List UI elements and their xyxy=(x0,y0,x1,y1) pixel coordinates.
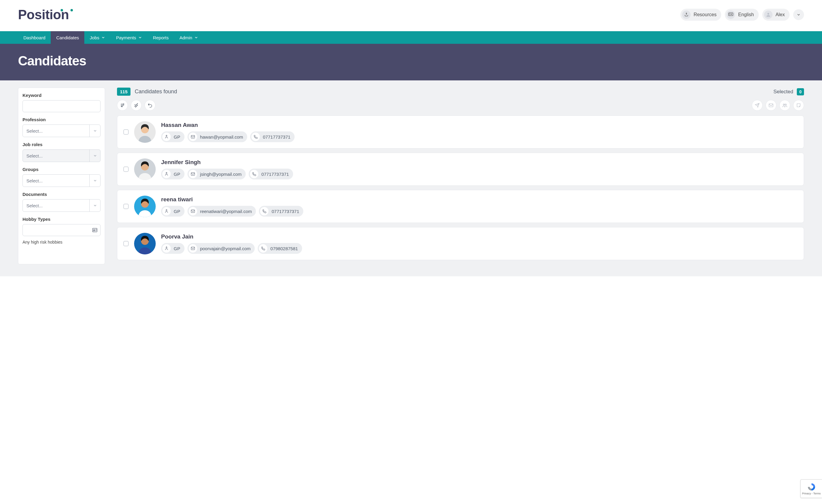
candidate-body: Jennifer Singh GP jsingh@yopmail.com 077… xyxy=(161,159,798,179)
content: Keyword Profession Select... Job roles S… xyxy=(0,80,822,276)
candidate-checkbox[interactable] xyxy=(123,166,129,172)
upload-icon xyxy=(682,10,691,19)
note-icon xyxy=(796,103,801,108)
language-switcher[interactable]: English xyxy=(725,9,758,21)
logo-dot xyxy=(70,9,73,11)
candidate-email: jsingh@yopmail.com xyxy=(200,171,242,177)
candidate-card[interactable]: Jennifer Singh GP jsingh@yopmail.com 077… xyxy=(117,153,804,186)
nav-item-jobs[interactable]: Jobs xyxy=(84,31,111,44)
candidate-phone-chip[interactable]: 07717737371 xyxy=(250,131,295,142)
groups-label: Groups xyxy=(22,167,100,172)
candidate-avatar xyxy=(134,233,156,255)
candidate-name: Hassan Awan xyxy=(161,122,798,128)
candidate-role-chip: GP xyxy=(161,131,184,142)
candidate-checkbox[interactable] xyxy=(123,204,129,209)
profession-label: Profession xyxy=(22,117,100,122)
candidate-phone-chip[interactable]: 07980287581 xyxy=(258,243,302,254)
envelope-icon xyxy=(769,103,773,108)
reset-button[interactable] xyxy=(144,100,155,111)
select-all-button[interactable] xyxy=(131,100,141,111)
nav-item-dashboard[interactable]: Dashboard xyxy=(18,31,51,44)
svg-point-23 xyxy=(166,247,167,248)
user-menu[interactable]: Alex xyxy=(762,9,790,21)
check-icon xyxy=(134,103,138,108)
candidate-role: GP xyxy=(174,134,180,139)
nav-item-admin[interactable]: Admin xyxy=(174,31,204,44)
hobby-types-input[interactable] xyxy=(22,224,100,236)
svg-point-7 xyxy=(783,104,785,106)
candidate-card[interactable]: Hassan Awan GP hawan@yopmail.com 0771773… xyxy=(117,115,804,148)
results-count-badge: 115 xyxy=(117,88,130,96)
envelope-icon xyxy=(189,207,197,215)
candidate-email-chip[interactable]: jsingh@yopmail.com xyxy=(187,168,246,179)
documents-select[interactable]: Select... xyxy=(22,199,100,212)
chevron-down-icon xyxy=(89,125,100,137)
candidate-email: hawan@yopmail.com xyxy=(200,134,243,139)
send-button xyxy=(752,100,763,111)
candidate-role: GP xyxy=(174,171,180,177)
nav-item-payments[interactable]: Payments xyxy=(111,31,147,44)
job-roles-label: Job roles xyxy=(22,142,100,147)
svg-point-4 xyxy=(123,104,124,105)
chevron-down-icon xyxy=(89,174,100,186)
resources-button[interactable]: Resources xyxy=(681,9,721,21)
main-area: 115 Candidates found Selected 0 xyxy=(117,88,804,264)
candidate-name: Poorva Jain xyxy=(161,233,798,240)
svg-point-3 xyxy=(94,229,95,230)
undo-icon xyxy=(147,103,152,108)
svg-point-11 xyxy=(166,135,167,136)
candidate-name: reena tiwari xyxy=(161,196,798,203)
nav-item-label: Payments xyxy=(116,35,136,40)
candidate-phone-chip[interactable]: 07717737371 xyxy=(259,206,303,216)
groups-select[interactable]: Select... xyxy=(22,174,100,187)
keyword-input[interactable] xyxy=(22,100,100,112)
candidate-card[interactable]: Poorva Jain GP poorvajain@yopmail.com 07… xyxy=(117,227,804,260)
candidate-body: Hassan Awan GP hawan@yopmail.com 0771773… xyxy=(161,122,798,142)
candidate-role-chip: GP xyxy=(161,206,184,216)
svg-point-15 xyxy=(166,172,167,174)
nav-item-reports[interactable]: Reports xyxy=(147,31,174,44)
candidate-list: Hassan Awan GP hawan@yopmail.com 0771773… xyxy=(117,115,804,260)
page-title: Candidates xyxy=(18,53,804,68)
logo: Position xyxy=(18,7,69,22)
candidate-phone: 07717737371 xyxy=(261,171,289,177)
logo-dot xyxy=(61,9,63,11)
job-roles-select: Select... xyxy=(22,149,100,162)
phone-icon xyxy=(259,244,267,253)
candidate-card[interactable]: reena tiwari GP reenatiwari@yopmail.com … xyxy=(117,190,804,223)
language-label: English xyxy=(738,12,754,17)
phone-icon xyxy=(250,170,258,178)
envelope-icon xyxy=(189,170,197,178)
candidate-phone: 07980287581 xyxy=(270,246,298,251)
phone-icon xyxy=(252,133,260,141)
chevron-down-icon xyxy=(89,199,100,211)
candidate-email-chip[interactable]: hawan@yopmail.com xyxy=(187,131,248,142)
candidate-checkbox[interactable] xyxy=(123,241,129,246)
candidate-phone-chip[interactable]: 07717737371 xyxy=(249,168,293,179)
chevron-down-icon xyxy=(89,150,100,162)
svg-rect-12 xyxy=(191,135,195,138)
documents-label: Documents xyxy=(22,192,100,197)
user-avatar-icon xyxy=(764,10,773,19)
candidate-email-chip[interactable]: poorvajain@yopmail.com xyxy=(187,243,255,254)
keyword-label: Keyword xyxy=(22,93,100,98)
user-name: Alex xyxy=(776,12,785,17)
nav-item-candidates[interactable]: Candidates xyxy=(51,31,84,44)
profession-select[interactable]: Select... xyxy=(22,124,100,137)
results-found-label: Candidates found xyxy=(135,88,177,95)
person-icon xyxy=(162,170,171,178)
candidate-checkbox[interactable] xyxy=(123,129,129,135)
sliders-icon xyxy=(120,103,125,108)
phone-icon xyxy=(260,207,269,215)
main-nav: DashboardCandidatesJobsPaymentsReportsAd… xyxy=(0,31,822,44)
envelope-icon xyxy=(189,133,197,141)
candidate-avatar xyxy=(134,158,156,180)
person-icon xyxy=(162,244,171,253)
selected-label: Selected xyxy=(773,89,793,95)
select-placeholder: Select... xyxy=(23,153,89,158)
svg-point-8 xyxy=(785,104,787,106)
candidate-email-chip[interactable]: reenatiwari@yopmail.com xyxy=(187,206,256,216)
user-menu-toggle[interactable] xyxy=(793,9,804,20)
candidate-role: GP xyxy=(174,246,180,251)
filter-list-button[interactable] xyxy=(117,100,128,111)
